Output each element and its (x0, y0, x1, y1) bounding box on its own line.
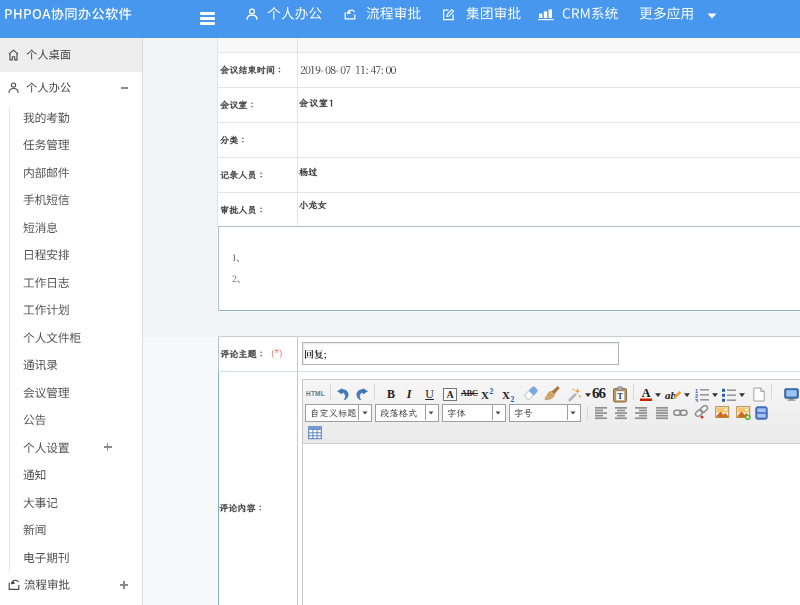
svg-text:ab: ab (665, 389, 677, 401)
svg-text:2: 2 (489, 387, 493, 396)
svg-text:X: X (481, 389, 489, 401)
svg-text:A: A (642, 386, 651, 400)
svg-text:3: 3 (695, 398, 698, 403)
svg-text:A: A (446, 389, 454, 400)
svg-text:X: X (502, 389, 510, 401)
svg-text:2: 2 (511, 395, 515, 403)
svg-text:T: T (617, 391, 623, 401)
